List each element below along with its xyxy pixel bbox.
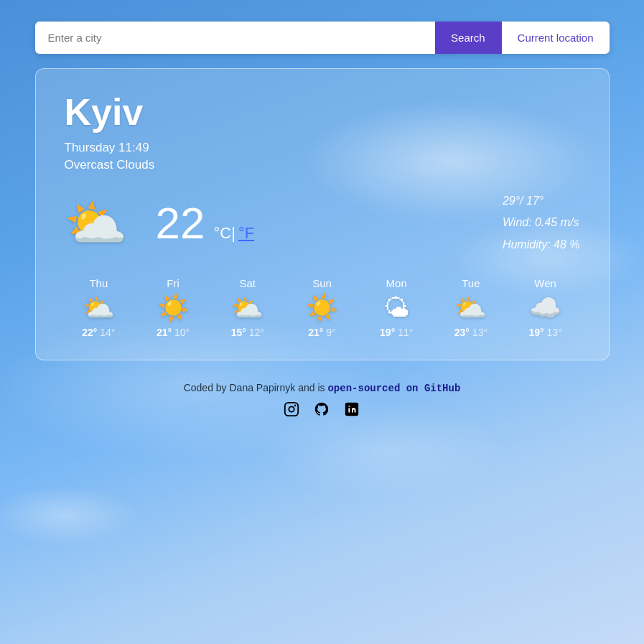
forecast-day-thu: Thu ⛅ 22° 14° bbox=[65, 277, 134, 338]
city-name: Kyiv bbox=[65, 90, 580, 134]
forecast-icon-tue: ⛅ bbox=[454, 295, 487, 321]
footer-icons bbox=[184, 401, 461, 421]
svg-rect-0 bbox=[285, 403, 298, 416]
forecast-icon-thu: ⛅ bbox=[83, 295, 115, 321]
forecast-day-fri: Fri ☀️ 21° 10° bbox=[139, 277, 207, 338]
forecast-icon-wen: ☁️ bbox=[529, 295, 561, 321]
temperature-value: 22 bbox=[156, 197, 205, 248]
footer: Coded by Dana Papirnyk and is open-sourc… bbox=[184, 382, 461, 421]
forecast-temps-tue: 23° 13° bbox=[454, 327, 487, 338]
github-icon[interactable] bbox=[314, 401, 330, 421]
search-input[interactable] bbox=[35, 22, 436, 54]
current-weather: ⛅ 22 °C| °F 29°/ 17° Wind: 0.45 m/s Humi… bbox=[65, 190, 580, 256]
forecast-icon-mon: 🌤 bbox=[383, 295, 409, 321]
forecast-icon-fri: ☀️ bbox=[157, 295, 190, 321]
search-button[interactable]: Search bbox=[435, 22, 501, 54]
current-location-button[interactable]: Current location bbox=[501, 22, 610, 54]
forecast-icon-sun: ☀️ bbox=[306, 295, 338, 321]
current-weather-icon: ⛅ bbox=[65, 198, 127, 248]
forecast-icon-sat: ⛅ bbox=[231, 295, 263, 321]
forecast-temps-thu: 22° 14° bbox=[82, 327, 115, 338]
forecast-grid: Thu ⛅ 22° 14° Fri ☀️ 21° 10° Sat ⛅ 15° 1… bbox=[65, 277, 580, 338]
forecast-day-wen: Wen ☁️ 19° 13° bbox=[511, 277, 580, 338]
forecast-temps-sun: 21° 9° bbox=[308, 327, 335, 338]
forecast-temps-wen: 19° 13° bbox=[529, 327, 562, 338]
fahrenheit-unit[interactable]: °F bbox=[238, 224, 254, 243]
forecast-day-name-mon: Mon bbox=[386, 277, 407, 289]
forecast-day-sat: Sat ⛅ 15° 12° bbox=[213, 277, 282, 338]
footer-text: Coded by Dana Papirnyk and is open-sourc… bbox=[184, 382, 461, 394]
temp-units: °C| °F bbox=[213, 224, 254, 243]
forecast-day-name-fri: Fri bbox=[167, 277, 179, 289]
weather-stats: 29°/ 17° Wind: 0.45 m/s Humidity: 48 % bbox=[503, 190, 580, 256]
forecast-temps-fri: 21° 10° bbox=[157, 327, 190, 338]
date-time: Thursday 11:49 bbox=[65, 141, 580, 155]
svg-point-2 bbox=[295, 406, 296, 406]
github-link[interactable]: open-sourced on GitHub bbox=[327, 383, 460, 394]
high-low: 29°/ 17° bbox=[503, 190, 580, 212]
forecast-day-name-wen: Wen bbox=[534, 277, 556, 289]
instagram-icon[interactable] bbox=[284, 401, 299, 421]
wind-speed: Wind: 0.45 m/s bbox=[503, 212, 580, 233]
forecast-day-mon: Mon 🌤 19° 11° bbox=[362, 277, 431, 338]
forecast-day-name-tue: Tue bbox=[462, 277, 480, 289]
forecast-day-name-sat: Sat bbox=[240, 277, 256, 289]
forecast-day-tue: Tue ⛅ 23° 13° bbox=[437, 277, 505, 338]
weather-description: Overcast Clouds bbox=[65, 158, 580, 172]
weather-card: Kyiv Thursday 11:49 Overcast Clouds ⛅ 22… bbox=[35, 68, 610, 360]
forecast-day-name-sun: Sun bbox=[312, 277, 332, 289]
forecast-temps-mon: 19° 11° bbox=[380, 327, 413, 338]
celsius-unit[interactable]: °C| bbox=[213, 224, 235, 243]
forecast-day-name-thu: Thu bbox=[89, 277, 108, 289]
search-bar: Search Current location bbox=[35, 22, 610, 54]
svg-point-1 bbox=[289, 407, 294, 412]
forecast-day-sun: Sun ☀️ 21° 9° bbox=[288, 277, 357, 338]
humidity: Humidity: 48 % bbox=[503, 234, 580, 256]
linkedin-icon[interactable] bbox=[344, 401, 360, 421]
forecast-temps-sat: 15° 12° bbox=[231, 327, 264, 338]
